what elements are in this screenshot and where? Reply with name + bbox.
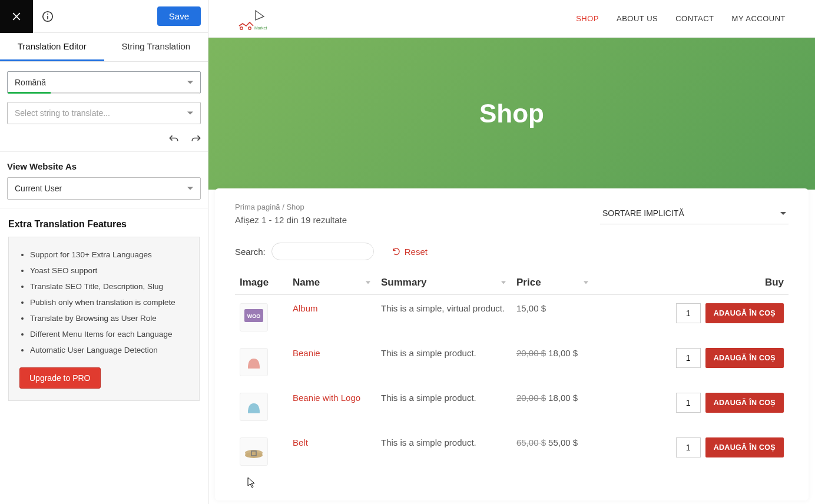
col-buy: Buy — [594, 271, 789, 295]
product-name-link[interactable]: Beanie — [293, 348, 320, 358]
string-select[interactable]: Select string to translate... — [7, 102, 201, 124]
products-table: Image Name Summary Price Buy WOOAlbumThi… — [235, 271, 789, 474]
main-nav: SHOP ABOUT US CONTACT MY ACCOUNT — [271, 14, 786, 23]
nav-contact[interactable]: CONTACT — [675, 14, 714, 23]
hero-banner: Shop — [208, 38, 815, 190]
sort-select[interactable]: SORTARE IMPLICITĂ — [600, 203, 789, 224]
product-summary: This is a simple product. — [376, 384, 512, 429]
svg-point-3 — [240, 26, 243, 29]
product-name-link[interactable]: Beanie with Logo — [293, 393, 360, 403]
view-as-value: Current User — [15, 184, 62, 193]
feature-item: Yoast SEO support — [30, 263, 188, 278]
product-thumb[interactable] — [240, 437, 268, 466]
features-heading: Extra Translation Features — [0, 208, 208, 237]
site-header: Market SHOP ABOUT US CONTACT MY ACCOUNT — [208, 0, 815, 38]
reset-label: Reset — [405, 247, 428, 257]
product-summary: This is a simple, virtual product. — [376, 295, 512, 340]
breadcrumb[interactable]: Prima pagină / Shop — [235, 203, 347, 211]
product-thumb[interactable]: WOO — [240, 303, 268, 331]
feature-item: Translate SEO Title, Description, Slug — [30, 278, 188, 294]
svg-point-4 — [249, 26, 251, 29]
info-button[interactable] — [33, 0, 62, 33]
svg-text:WOO: WOO — [247, 313, 261, 319]
translation-sidebar: Save Translation Editor String Translati… — [0, 0, 208, 504]
content-card: Prima pagină / Shop Afișez 1 - 12 din 19… — [215, 188, 809, 500]
add-to-cart-button[interactable]: ADAUGĂ ÎN COȘ — [705, 437, 784, 457]
tab-string-translation[interactable]: String Translation — [104, 33, 208, 61]
sort-value: SORTARE IMPLICITĂ — [602, 208, 684, 218]
quantity-input[interactable] — [676, 393, 701, 413]
add-to-cart-button[interactable]: ADAUGĂ ÎN COȘ — [705, 303, 784, 323]
search-input[interactable] — [271, 243, 374, 260]
feature-item: Different Menu Items for each Language — [30, 326, 188, 342]
product-name-link[interactable]: Belt — [293, 437, 308, 447]
product-price: 20,00 $18,00 $ — [512, 340, 594, 384]
quantity-input[interactable] — [676, 437, 701, 457]
search-label: Search: — [235, 247, 266, 257]
sidebar-topbar: Save — [0, 0, 208, 33]
redo-icon[interactable] — [190, 134, 202, 145]
svg-rect-9 — [248, 410, 260, 413]
nav-about[interactable]: ABOUT US — [617, 14, 658, 23]
string-select-placeholder: Select string to translate... — [15, 108, 110, 118]
site-preview: Market SHOP ABOUT US CONTACT MY ACCOUNT … — [208, 0, 815, 504]
feature-item: Translate by Browsing as User Role — [30, 310, 188, 326]
feature-item: Automatic User Language Detection — [30, 342, 188, 358]
editor-tabs: Translation Editor String Translation — [0, 33, 208, 62]
add-to-cart-button[interactable]: ADAUGĂ ÎN COȘ — [705, 393, 784, 413]
reset-button[interactable]: Reset — [392, 247, 428, 257]
table-row: Beanie with LogoThis is a simple product… — [235, 384, 789, 429]
table-row: WOOAlbumThis is a simple, virtual produc… — [235, 295, 789, 340]
svg-rect-8 — [248, 366, 260, 369]
product-price: 20,00 $18,00 $ — [512, 384, 594, 429]
translation-progress — [8, 92, 200, 94]
logo-icon: Market — [236, 6, 271, 32]
close-icon — [11, 11, 22, 22]
product-summary: This is a simple product. — [376, 340, 512, 384]
product-name-link[interactable]: Album — [293, 303, 318, 313]
tab-translation-editor[interactable]: Translation Editor — [0, 33, 104, 61]
feature-item: Support for 130+ Extra Languages — [30, 247, 188, 263]
product-summary: This is a simple product. — [376, 429, 512, 474]
features-box: Support for 130+ Extra Languages Yoast S… — [8, 237, 200, 401]
col-price[interactable]: Price — [512, 271, 594, 295]
info-icon — [41, 10, 54, 23]
undo-icon — [392, 247, 401, 256]
view-as-label: View Website As — [0, 152, 208, 177]
site-logo[interactable]: Market — [236, 6, 271, 32]
product-price: 15,00 $ — [512, 295, 594, 340]
product-thumb[interactable] — [240, 348, 268, 376]
add-to-cart-button[interactable]: ADAUGĂ ÎN COȘ — [705, 348, 784, 368]
col-name[interactable]: Name — [288, 271, 376, 295]
table-row: BeltThis is a simple product.65,00 $55,0… — [235, 429, 789, 474]
svg-point-2 — [47, 13, 48, 14]
features-list: Support for 130+ Extra Languages Yoast S… — [19, 247, 188, 358]
language-select[interactable]: Română — [7, 71, 201, 94]
svg-text:Market: Market — [254, 26, 267, 30]
feature-item: Publish only when translation is complet… — [30, 294, 188, 310]
col-summary[interactable]: Summary — [376, 271, 512, 295]
page-title: Shop — [479, 99, 544, 128]
quantity-input[interactable] — [676, 348, 701, 368]
quantity-input[interactable] — [676, 303, 701, 323]
language-select-value: Română — [15, 78, 46, 87]
undo-icon[interactable] — [168, 134, 180, 145]
product-price: 65,00 $55,00 $ — [512, 429, 594, 474]
close-button[interactable] — [0, 0, 33, 33]
table-row: BeanieThis is a simple product.20,00 $18… — [235, 340, 789, 384]
product-thumb[interactable] — [240, 393, 268, 421]
nav-account[interactable]: MY ACCOUNT — [732, 14, 786, 23]
col-image: Image — [235, 271, 288, 295]
view-as-select[interactable]: Current User — [7, 177, 201, 200]
results-count: Afișez 1 - 12 din 19 rezultate — [235, 215, 347, 225]
save-button[interactable]: Save — [157, 6, 201, 26]
nav-shop[interactable]: SHOP — [576, 14, 599, 23]
upgrade-button[interactable]: Upgrade to PRO — [19, 367, 101, 389]
